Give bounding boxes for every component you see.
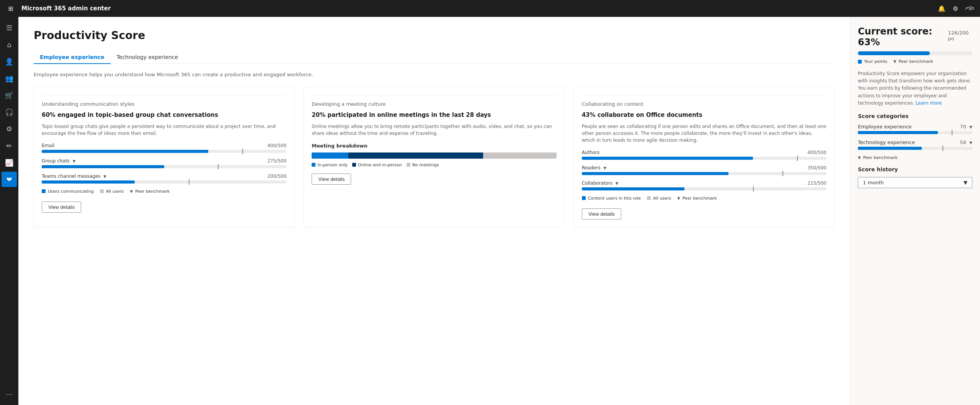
legend-label-peer: Peer benchmark (135, 189, 170, 194)
category-tech-bar-fill (858, 147, 922, 150)
label-no-meetings: No meetings (412, 162, 439, 167)
card-meeting-section-title: Developing a meeting culture (312, 101, 556, 107)
bar-readers-value: 350/500 (807, 165, 826, 171)
share-icon[interactable]: ↗ Sh (965, 4, 974, 13)
meeting-segment-nomeeting (483, 152, 557, 159)
card-content: Collaborating on content 43% collaborate… (574, 87, 835, 228)
peer-bench-cat-label: Peer benchmark (863, 155, 898, 160)
tab-description: Employee experience helps you understand… (34, 72, 835, 77)
meeting-segment-inperson (312, 152, 348, 159)
bar-collaborators-peer (753, 186, 754, 192)
app-title: Microsoft 365 admin center (21, 5, 931, 12)
legend-dot-gray (100, 189, 104, 193)
score-bar-track (858, 51, 972, 55)
bar-collaborators-fill (582, 187, 685, 190)
score-pts: 126/200 po (948, 30, 972, 41)
category-employee-value: 70 ▼ (960, 124, 972, 130)
dropdown-label: 1 month (863, 180, 884, 185)
legend-content-label-all: All users (653, 196, 671, 201)
bar-row-authors: Authors 400/500 (582, 150, 826, 160)
label-online-inperson: Online and in-person (358, 162, 402, 167)
score-history-title: Score history (858, 166, 972, 172)
card-communication-desc: Topic-based group chats give people a pe… (42, 123, 286, 137)
score-bar-fill (858, 51, 930, 55)
legend-content-label-role: Content users in this role (588, 196, 641, 201)
score-description: Productivity Score empowers your organiz… (858, 70, 972, 107)
legend-no-meetings: No meetings (407, 162, 439, 167)
bar-collaborators-track (582, 187, 826, 190)
bar-groupchats-label: Group chats ▼ (42, 158, 75, 164)
bar-teams-label: Teams channel messages ▼ (42, 174, 106, 179)
view-details-content-button[interactable]: View details (582, 208, 621, 220)
tab-technology-experience[interactable]: Technology experience (111, 51, 184, 64)
bar-row-groupchats: Group chats ▼ 275/500 (42, 158, 286, 168)
bar-collaborators-value: 215/500 (807, 180, 826, 186)
sidebar-item-support[interactable]: 🎧 (2, 104, 17, 120)
card-meeting-main-title: 20% participated in online meetings in t… (312, 111, 556, 119)
category-tech-value: 56 ▼ (960, 139, 972, 145)
legend-peer-benchmark-right: ▼ Peer benchmark (893, 59, 933, 64)
sidebar-item-settings[interactable]: ⚙ (2, 121, 17, 136)
legend-your-points-dot (858, 60, 862, 64)
legend-your-points-label: Your points (864, 59, 887, 64)
sidebar-item-reports[interactable]: ✏ (2, 138, 17, 153)
category-tech-experience: Technology experience 56 ▼ (858, 139, 972, 150)
communication-legend: Users communicating All users ▼ Peer ben… (42, 189, 286, 194)
sidebar-item-groups[interactable]: 👥 (2, 71, 17, 86)
main-content: Productivity Score Employee experience T… (18, 17, 850, 405)
settings-icon[interactable]: ⚙️ (951, 4, 960, 13)
bar-groupchats-peer (218, 164, 219, 169)
chevron-content-icon: ▼ (677, 196, 680, 200)
topbar: ⊞ Microsoft 365 admin center 🔔 ⚙️ ↗ Sh (0, 0, 980, 17)
category-tech-peer (942, 146, 943, 151)
legend-online-inperson: Online and in-person (352, 162, 402, 167)
dot-no-meetings (407, 163, 410, 167)
legend-content-dot-gray (647, 196, 651, 200)
legend-users-communicating: Users communicating (42, 189, 94, 194)
legend-content-peer: ▼ Peer benchmark (677, 196, 717, 201)
sidebar-item-billing[interactable]: 🛒 (2, 87, 17, 103)
dot-inperson (312, 163, 315, 167)
bar-row-email: Email 400/500 (42, 143, 286, 153)
meeting-segment-online-inperson (348, 152, 483, 159)
learn-more-link[interactable]: Learn more (916, 100, 942, 106)
category-employee-label: Employee experience (858, 124, 912, 130)
category-employee-bar-track (858, 131, 972, 134)
bar-readers-track (582, 172, 826, 175)
peer-bench-cat-chevron-icon: ▼ (858, 156, 861, 160)
view-details-communication-button[interactable]: View details (42, 202, 81, 213)
view-details-meeting-button[interactable]: View details (312, 174, 351, 185)
notification-icon[interactable]: 🔔 (937, 4, 946, 13)
bar-teams-value: 200/500 (267, 174, 286, 179)
sidebar-item-users[interactable]: 👤 (2, 54, 17, 69)
page-title: Productivity Score (34, 29, 835, 42)
bar-row-collaborators: Collaborators ▼ 215/500 (582, 180, 826, 190)
chevron-icon: ▼ (130, 189, 133, 193)
sidebar-item-analytics[interactable]: 📈 (2, 155, 17, 170)
bar-readers-fill (582, 172, 729, 175)
dropdown-chevron-icon: ▼ (964, 180, 967, 185)
tab-employee-experience[interactable]: Employee experience (34, 51, 111, 64)
grid-icon[interactable]: ⊞ (6, 4, 15, 13)
bar-authors-fill (582, 157, 753, 160)
sidebar-item-health[interactable]: ❤ (2, 172, 17, 187)
bar-authors-label: Authors (582, 150, 600, 155)
category-employee-peer (952, 130, 952, 135)
sidebar-item-home[interactable]: ⌂ (2, 37, 17, 52)
card-meeting: Developing a meeting culture 20% partici… (304, 87, 564, 228)
score-legend: Your points ▼ Peer benchmark (858, 59, 972, 64)
bar-authors-peer (797, 156, 798, 161)
current-score-label: Current score: 63% (858, 26, 943, 48)
sidebar-item-menu[interactable]: ☰ (2, 20, 17, 35)
card-content-section-title: Collaborating on content (582, 101, 826, 107)
legend-peer-benchmark-categories: ▼ Peer benchmark (858, 155, 972, 160)
card-content-desc: People are seen as collaborating if one … (582, 123, 826, 144)
legend-label-users: Users communicating (48, 189, 94, 194)
bar-readers-peer (782, 171, 783, 176)
legend-content-dot-blue (582, 196, 586, 200)
score-history-dropdown[interactable]: 1 month ▼ (858, 177, 972, 188)
sidebar-item-more[interactable]: ··· (2, 387, 17, 402)
legend-content-label-peer: Peer benchmark (683, 196, 717, 201)
dot-online-inperson (352, 163, 356, 167)
card-communication-main-title: 60% engaged in topic-based group chat co… (42, 111, 286, 119)
